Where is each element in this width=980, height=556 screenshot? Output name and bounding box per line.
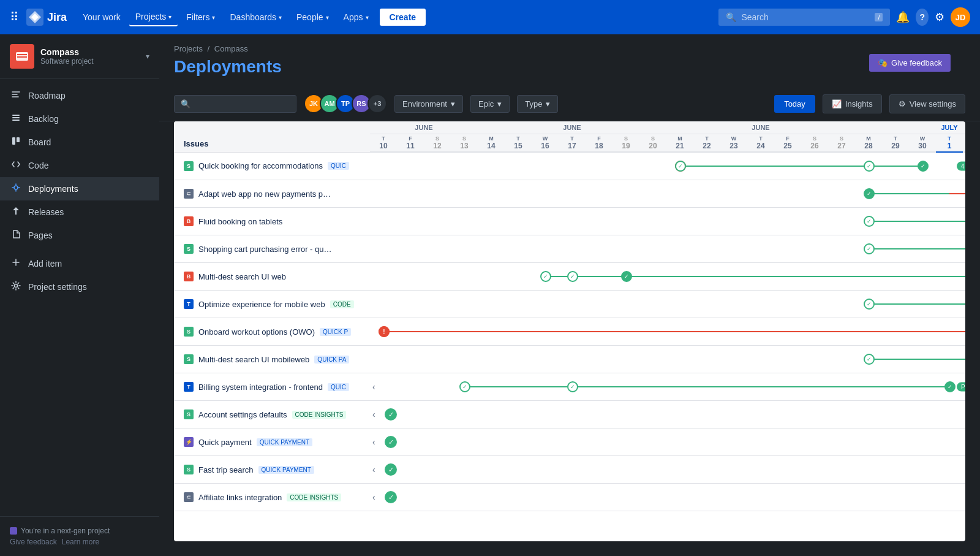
svg-rect-6 — [12, 120, 20, 121]
issue-cell[interactable]: BMulti-dest search UI web — [174, 263, 370, 291]
issues-search-input[interactable] — [194, 99, 297, 109]
user-avatar[interactable]: JD — [951, 7, 970, 27]
gantt-bar-cell: ✓Prod EU East — [370, 180, 965, 208]
apps-nav[interactable]: Apps ▾ — [337, 9, 375, 26]
sidebar-item-pages[interactable]: Pages — [0, 224, 159, 247]
project-chevron-icon[interactable]: ▾ — [146, 52, 149, 61]
issue-cell[interactable]: ⊂Adapt web app no new payments provide — [174, 180, 370, 208]
people-nav[interactable]: People ▾ — [290, 9, 335, 26]
day-25: F25 — [774, 134, 801, 153]
table-row[interactable]: BMulti-dest search UI web✓✓✓4 Prod EU Ea… — [174, 263, 965, 291]
project-header[interactable]: Compass Software project ▾ — [0, 34, 159, 79]
page-header: Projects / Compass Deployments 🎭 Give fe… — [159, 34, 980, 86]
sidebar-item-project-settings[interactable]: Project settings — [0, 275, 159, 299]
code-label: Code — [28, 161, 48, 170]
table-row[interactable]: SShopping cart purchasing error - quick … — [174, 235, 965, 263]
pages-label: Pages — [28, 230, 53, 240]
settings-button[interactable]: ⚙ — [931, 7, 948, 28]
breadcrumb-separator: / — [208, 44, 212, 53]
top-navigation: ⠿ Jira Your work Projects ▾ Filters ▾ Da… — [0, 0, 980, 34]
main-content: Projects / Compass Deployments 🎭 Give fe… — [159, 34, 980, 556]
issue-cell[interactable]: SMulti-dest search UI mobilewebQUICK PA — [174, 346, 370, 373]
deployments-icon — [10, 183, 22, 195]
day-22: T22 — [693, 134, 720, 153]
issue-tag: QUICK PAYMENT — [257, 438, 312, 446]
sidebar-item-code[interactable]: Code — [0, 154, 159, 177]
dashboards-nav[interactable]: Dashboards ▾ — [224, 9, 288, 26]
sidebar-item-roadmap[interactable]: Roadmap — [0, 84, 159, 107]
issues-search[interactable]: 🔍 — [174, 95, 296, 113]
insights-button[interactable]: 📈 Insights — [823, 94, 882, 113]
type-filter-button[interactable]: Type ▾ — [517, 95, 558, 113]
jira-logo-text: Jira — [47, 11, 67, 24]
table-row[interactable]: TBilling system integration - frontendQU… — [174, 373, 965, 401]
issue-name: Onboard workout options (OWO) — [198, 327, 315, 337]
your-work-nav[interactable]: Your work — [77, 9, 127, 26]
issue-cell[interactable]: ⊂Affiliate links integrationCODE INSIGHT… — [174, 484, 370, 511]
issue-cell[interactable]: BFluid booking on tablets — [174, 208, 370, 235]
issue-cell[interactable]: SQuick booking for accommodationsQUIC — [174, 152, 370, 180]
june-header-1: JUNE — [370, 121, 478, 134]
table-row[interactable]: ⊂Adapt web app no new payments provide✓P… — [174, 180, 965, 208]
table-row[interactable]: SQuick booking for accommodationsQUIC!✓✓… — [174, 152, 965, 180]
projects-nav[interactable]: Projects ▾ — [129, 8, 178, 26]
sidebar-item-deployments[interactable]: Deployments — [0, 177, 159, 200]
toolbar: 🔍 JK AM TP RS +3 Environment ▾ Epic ▾ Ty… — [159, 86, 980, 121]
issue-cell[interactable]: SShopping cart purchasing error - quick … — [174, 235, 370, 263]
issue-cell[interactable]: TBilling system integration - frontendQU… — [174, 373, 370, 401]
give-feedback-footer[interactable]: Give feedback — [10, 538, 57, 546]
search-icon: 🔍 — [726, 12, 736, 22]
june-header-2: JUNE — [478, 121, 666, 134]
avatar-group: JK AM TP RS +3 — [304, 94, 387, 113]
deployment-dot: ✓ — [459, 381, 470, 392]
search-input[interactable] — [741, 12, 870, 22]
environment-filter-button[interactable]: Environment ▾ — [394, 95, 463, 113]
table-row[interactable]: SMulti-dest search UI mobilewebQUICK PA✓… — [174, 346, 965, 373]
sidebar-item-board[interactable]: Board — [0, 131, 159, 154]
issue-cell[interactable]: SAccount settings defaultsCODE INSIGHTS — [174, 401, 370, 428]
give-feedback-button[interactable]: 🎭 Give feedback — [869, 54, 951, 72]
sidebar-item-backlog[interactable]: Backlog — [0, 107, 159, 131]
notifications-button[interactable]: 🔔 — [892, 7, 913, 28]
issue-cell[interactable]: TOptimize experience for mobile webCODE — [174, 291, 370, 318]
table-row[interactable]: ⚡Quick paymentQUICK PAYMENT‹✓ — [174, 428, 965, 456]
table-row[interactable]: ⊂Affiliate links integrationCODE INSIGHT… — [174, 484, 965, 511]
search-box[interactable]: 🔍 / — [718, 9, 890, 26]
learn-more-link[interactable]: Learn more — [62, 538, 99, 546]
deployment-dot: ✓ — [864, 216, 875, 227]
table-row[interactable]: SAccount settings defaultsCODE INSIGHTS‹… — [174, 401, 965, 428]
table-row[interactable]: SFast trip searchQUICK PAYMENT‹✓ — [174, 456, 965, 484]
issue-cell[interactable]: ⚡Quick paymentQUICK PAYMENT — [174, 428, 370, 456]
create-button[interactable]: Create — [380, 9, 426, 26]
avatar-count[interactable]: +3 — [368, 94, 387, 113]
table-row[interactable]: SOnboard workout options (OWO)QUICK P!!✓… — [174, 318, 965, 346]
epic-filter-button[interactable]: Epic ▾ — [470, 95, 510, 113]
sidebar-item-releases[interactable]: Releases — [0, 200, 159, 224]
svg-point-9 — [14, 186, 18, 189]
insights-icon: 📈 — [832, 99, 842, 109]
filters-nav[interactable]: Filters ▾ — [180, 9, 221, 26]
svg-rect-4 — [12, 115, 20, 116]
scroll-left-icon: ‹ — [372, 465, 375, 474]
help-button[interactable]: ? — [916, 9, 929, 26]
grid-icon[interactable]: ⠿ — [10, 10, 19, 25]
green-deployment-line — [869, 221, 965, 222]
view-settings-button[interactable]: ⚙ View settings — [889, 94, 965, 113]
breadcrumb-projects[interactable]: Projects — [174, 44, 203, 53]
jira-logo[interactable]: Jira — [26, 9, 67, 26]
scroll-left-icon: ‹ — [372, 437, 375, 447]
today-button[interactable]: Today — [774, 95, 815, 113]
sidebar-item-add-item[interactable]: Add item — [0, 252, 159, 275]
gantt-bar-cell: ‹✓ — [370, 484, 965, 511]
environment-badge: Prod — [957, 383, 965, 392]
issue-cell[interactable]: SOnboard workout options (OWO)QUICK P — [174, 318, 370, 346]
people-chevron-icon: ▾ — [326, 14, 329, 21]
day-27: S27 — [828, 134, 855, 153]
gantt-bar-cell: ✓✓✓4 Prod EU East + 3 others — [370, 263, 965, 291]
scroll-left-icon: ‹ — [372, 409, 375, 419]
table-row[interactable]: TOptimize experience for mobile webCODE✓… — [174, 291, 965, 318]
day-18: F18 — [586, 134, 612, 153]
table-row[interactable]: BFluid booking on tablets✓✓Staging — [174, 208, 965, 235]
deployment-dot: ✓ — [864, 299, 875, 310]
issue-cell[interactable]: SFast trip searchQUICK PAYMENT — [174, 456, 370, 484]
